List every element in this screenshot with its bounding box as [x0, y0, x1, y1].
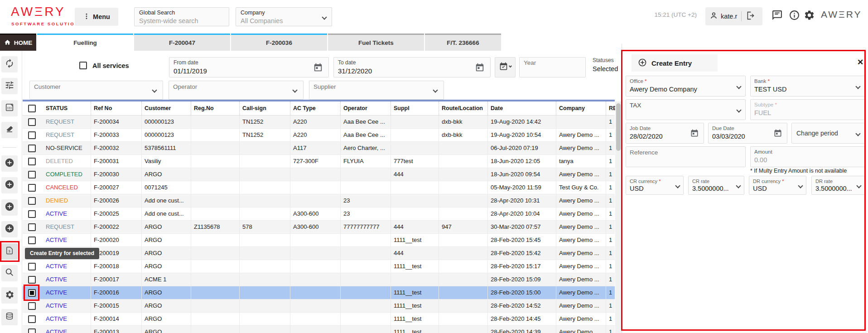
row-checkbox[interactable]	[28, 223, 36, 231]
row-checkbox[interactable]	[28, 171, 36, 179]
user-menu[interactable]: kate.r	[705, 7, 762, 25]
row-checkbox[interactable]	[28, 276, 36, 284]
scrollbar-thumb[interactable]	[616, 103, 621, 151]
close-icon[interactable]: ✕	[857, 58, 863, 67]
table-row[interactable]: ACTIVEF-200019ARGO44428-Feb-2020 15:42Aw…	[23, 247, 615, 260]
tab-f-200036[interactable]: F-200036	[231, 34, 327, 51]
supplier-select[interactable]: Supplier	[309, 81, 444, 100]
row-checkbox[interactable]	[28, 315, 36, 323]
year-field[interactable]: Year	[519, 57, 586, 77]
tab-fuelling[interactable]: Fuelling	[37, 34, 133, 51]
table-row[interactable]: REQUESTF-200033000000123TN1252A220Aaa Be…	[23, 129, 615, 142]
add-record-button-3[interactable]	[1, 199, 18, 216]
cell-status[interactable]: ACTIVE	[43, 299, 91, 312]
table-row[interactable]: ACTIVEF-200025Add one cust...A300-600232…	[23, 208, 615, 221]
row-checkbox[interactable]	[28, 118, 36, 126]
cell-status[interactable]: ACTIVE	[43, 234, 91, 246]
cell-status[interactable]: REQUEST	[43, 129, 91, 141]
table-row[interactable]: ACTIVEF-200014ARGO1111__test28-Feb-2020 …	[23, 313, 615, 326]
table-row[interactable]: REQUESTF-200022ARGOZ1135678578A300-60077…	[23, 221, 615, 234]
change-period-select[interactable]: Change period	[791, 123, 865, 144]
cell-status[interactable]: NO-SERVICE	[43, 142, 91, 154]
row-checkbox[interactable]	[28, 328, 36, 333]
row-checkbox[interactable]	[28, 210, 36, 218]
table-row[interactable]: ACTIVEF-200020ARGO1111__test28-Feb-2020 …	[23, 234, 615, 247]
row-checkbox[interactable]	[28, 158, 36, 165]
cell-status[interactable]: ACTIVE	[43, 313, 91, 325]
row-checkbox[interactable]	[28, 145, 36, 152]
select-all-checkbox[interactable]	[28, 105, 36, 112]
vertical-scrollbar[interactable]	[615, 101, 621, 333]
feedback-chat-icon[interactable]	[772, 10, 783, 21]
dr-currency-select[interactable]: DR currency * USD	[749, 176, 806, 195]
table-row[interactable]: ACTIVEF-200018ARGO1111__test28-Feb-2020 …	[23, 260, 615, 273]
column-header-suppl[interactable]: Suppl	[391, 101, 439, 115]
row-checkbox[interactable]	[28, 289, 36, 297]
from-date-field[interactable]: From date 01/11/2019	[169, 57, 329, 77]
dr-rate-select[interactable]: DR rate 3.5000000...	[811, 176, 865, 195]
copy-stack-button[interactable]	[1, 309, 18, 325]
cr-currency-select[interactable]: CR currency * USD	[626, 176, 684, 195]
job-date-field[interactable]: Job Date 28/02/2020	[626, 123, 704, 144]
cell-status[interactable]: DENIED	[43, 194, 91, 207]
cell-status[interactable]: COMPLETED	[43, 168, 91, 181]
all-services-checkbox[interactable]: All services	[79, 62, 129, 69]
column-header-customer[interactable]: Customer	[141, 101, 191, 115]
reference-input[interactable]: Reference	[626, 146, 746, 167]
column-header-route-location[interactable]: Route/Location	[439, 101, 487, 115]
logout-icon[interactable]	[746, 11, 755, 22]
checkbox-icon[interactable]	[79, 62, 87, 69]
global-search-input[interactable]: Global Search System-wide search	[134, 7, 229, 26]
add-record-button-2[interactable]	[1, 177, 18, 193]
operator-select[interactable]: Operator	[169, 81, 304, 100]
search-button[interactable]	[1, 265, 18, 281]
column-header-ref-no[interactable]: Ref No	[91, 101, 141, 115]
tab-home[interactable]: HOME	[0, 34, 36, 51]
column-header-company[interactable]: Company	[556, 101, 606, 115]
refresh-button[interactable]	[1, 56, 18, 72]
column-header-call-sign[interactable]: Call-sign	[239, 101, 290, 115]
column-header-status[interactable]: STATUS	[43, 101, 91, 115]
office-select[interactable]: Office * Awery Demo Company	[626, 76, 746, 97]
row-checkbox[interactable]	[28, 236, 36, 244]
add-record-button-4[interactable]	[1, 221, 18, 237]
tab-ft-236666[interactable]: F/T. 236666	[425, 34, 501, 51]
company-select[interactable]: Company All Companies	[236, 7, 332, 26]
due-date-field[interactable]: Due Date 03/03/2020	[708, 123, 787, 144]
menu-button[interactable]: Menu	[75, 8, 118, 26]
table-row[interactable]: DELETEDF-200031Vasiliy727-300FFLYUIA777t…	[23, 155, 615, 168]
calendar-icon[interactable]	[313, 63, 323, 72]
column-header-reg-no[interactable]: Reg.No	[191, 101, 239, 115]
cell-status[interactable]: ACTIVE	[43, 286, 91, 299]
cell-status[interactable]: ACTIVE	[43, 208, 91, 220]
table-row[interactable]: NO-SERVICEF-2000325378561111A117Aero Cha…	[23, 142, 615, 155]
column-header-date[interactable]: Date	[487, 101, 556, 115]
calendar-icon[interactable]	[690, 129, 700, 139]
tab-f-200047[interactable]: F-200047	[134, 34, 230, 51]
calendar-icon[interactable]	[773, 129, 783, 139]
cr-rate-select[interactable]: CR rate 3.5000000...	[688, 176, 744, 195]
row-checkbox[interactable]	[28, 263, 36, 270]
date-preset-button[interactable]	[495, 57, 516, 77]
table-row[interactable]: COMPLETEDF-200030ARGO44418-Jun-2020 09:5…	[23, 168, 615, 181]
row-checkbox[interactable]	[28, 184, 36, 192]
tax-select[interactable]: TAX	[626, 99, 746, 120]
table-row[interactable]: ACTIVEF-200013ARGO1111__test28-Feb-2020 …	[23, 326, 615, 333]
table-row[interactable]: REQUESTF-200034000000123TN1252A220Aaa Be…	[23, 116, 615, 129]
info-icon[interactable]	[789, 10, 800, 21]
eraser-button[interactable]	[1, 122, 18, 138]
tab-fuel-tickets[interactable]: Fuel Tickets	[328, 34, 424, 51]
cell-status[interactable]: ACTIVE	[43, 260, 91, 273]
table-row[interactable]: CANCELEDF-200027007124505-May-2020 11:59…	[23, 181, 615, 194]
amount-input[interactable]: Amount 0.00	[750, 146, 865, 167]
row-checkbox[interactable]	[28, 131, 36, 139]
cell-status[interactable]: ACTIVE	[43, 326, 91, 333]
calendar-icon[interactable]	[475, 63, 485, 72]
add-record-button-1[interactable]	[1, 155, 18, 172]
create-entry-button[interactable]: Create Entry	[632, 54, 718, 72]
bank-select[interactable]: Bank * TEST USD	[750, 76, 865, 97]
column-header-operator[interactable]: Operator	[340, 101, 391, 115]
report-table-button[interactable]	[1, 100, 18, 116]
to-date-field[interactable]: To date 31/12/2020	[333, 57, 491, 77]
cell-status[interactable]: REQUEST	[43, 221, 91, 233]
